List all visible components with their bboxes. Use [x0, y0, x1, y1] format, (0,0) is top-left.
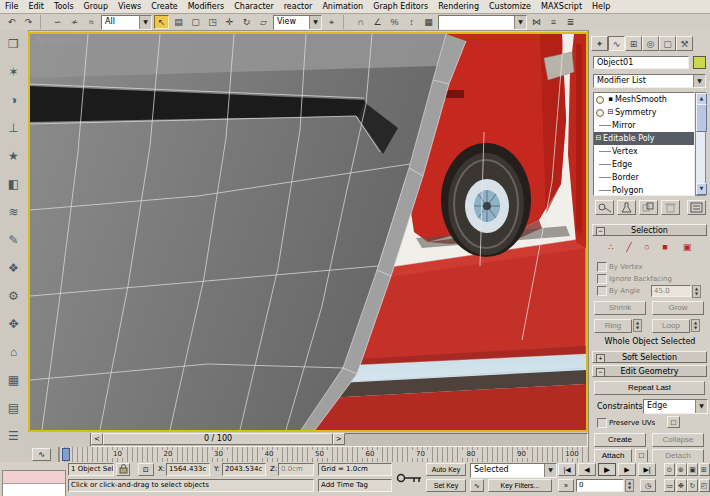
stack-row-border[interactable]: Border: [594, 171, 694, 184]
checker-icon[interactable]: ◧: [2, 172, 25, 195]
vertex-subobject-icon[interactable]: ∴: [603, 240, 619, 254]
preserve-uvs-settings-button[interactable]: □: [667, 416, 680, 428]
arc-rotate-icon[interactable]: ↻: [687, 479, 698, 492]
transform-icon[interactable]: ✥: [2, 312, 25, 335]
undo-icon[interactable]: ↶: [4, 15, 19, 29]
go-to-start-button[interactable]: |◀: [558, 463, 576, 476]
tab-motion[interactable]: ◎: [642, 36, 659, 51]
ring-button[interactable]: Ring: [594, 319, 632, 333]
show-end-result-button[interactable]: [617, 200, 636, 215]
home-icon[interactable]: ⌂: [2, 340, 25, 363]
auto-key-button[interactable]: Auto Key: [426, 463, 466, 476]
menu-create[interactable]: Create: [151, 2, 178, 11]
mirror-icon[interactable]: ⋈: [529, 15, 544, 29]
expand-icon[interactable]: ⊟: [594, 132, 603, 145]
configure-modifier-sets-button[interactable]: [687, 200, 706, 215]
key-filter-selection-dropdown[interactable]: Selected▼: [470, 463, 557, 478]
previous-frame-arrow[interactable]: <: [91, 433, 103, 445]
bind-to-space-warp-icon[interactable]: ≈: [84, 15, 99, 29]
go-to-end-button[interactable]: ▶|: [638, 463, 656, 476]
region-zoom-icon[interactable]: ▭: [664, 479, 675, 492]
modifier-stack[interactable]: ▪MeshSmooth⊟SymmetryMirror⊟Editable Poly…: [593, 92, 695, 196]
by-angle-checkbox[interactable]: [597, 286, 607, 296]
key-filters-button[interactable]: Key Filters...: [488, 479, 552, 492]
chevron-down-icon[interactable]: ▼: [514, 16, 526, 29]
select-object-icon[interactable]: ↖: [154, 15, 169, 29]
detach-button[interactable]: Detach: [652, 449, 704, 463]
collapse-button[interactable]: Collapse: [652, 433, 704, 447]
menu-maxscript[interactable]: MAXScript: [541, 2, 582, 11]
attach-list-button[interactable]: □: [635, 449, 648, 463]
select-and-move-icon[interactable]: ✛: [222, 15, 237, 29]
align-icon[interactable]: ≡: [546, 15, 561, 29]
modifier-stack-scrollbar[interactable]: ▲ ▼: [695, 92, 706, 196]
menu-help[interactable]: Help: [592, 2, 610, 11]
chevron-down-icon[interactable]: ▼: [139, 16, 151, 29]
expand-icon[interactable]: ⊟: [606, 106, 615, 119]
select-and-scale-icon[interactable]: ▱: [256, 15, 271, 29]
remove-modifier-button[interactable]: [661, 200, 680, 215]
previous-frame-button[interactable]: ◀: [578, 463, 596, 476]
selection-lock-button[interactable]: [116, 463, 130, 476]
track-bar-frame-marker[interactable]: [62, 448, 70, 461]
track-bar-ruler[interactable]: 102030405060708090100: [58, 447, 587, 462]
tab-modify[interactable]: ∿: [608, 36, 625, 51]
objects-icon[interactable]: ❒: [2, 32, 25, 55]
listener-macro-line[interactable]: [3, 471, 65, 484]
y-coordinate-field[interactable]: 2043.534c: [222, 463, 266, 476]
select-and-rotate-icon[interactable]: ↻: [239, 15, 254, 29]
gear-icon[interactable]: ⚙: [2, 284, 25, 307]
menu-animation[interactable]: Animation: [322, 2, 363, 11]
list-icon[interactable]: ▤: [2, 396, 25, 419]
pencil-icon[interactable]: ✎: [2, 228, 25, 251]
maxscript-mini-listener[interactable]: [2, 470, 66, 496]
time-slider-handle[interactable]: < 0 / 100 >: [91, 433, 345, 445]
edit-named-selections-icon[interactable]: ▦: [421, 15, 436, 29]
scroll-down-icon[interactable]: ▼: [696, 183, 707, 195]
frame-spinner[interactable]: ▲▼: [625, 479, 634, 492]
named-selection-sets-dropdown[interactable]: ▼: [438, 15, 527, 30]
modifier-enabled-bulb-icon[interactable]: [596, 109, 604, 117]
zoom-extents-icon[interactable]: ▣: [687, 463, 698, 476]
menu-character[interactable]: Character: [234, 2, 274, 11]
compound-icon[interactable]: ❖: [2, 256, 25, 279]
scrollbar-thumb[interactable]: [696, 104, 707, 132]
menu-views[interactable]: Views: [118, 2, 141, 11]
modifier-list-dropdown[interactable]: Modifier List▼: [593, 74, 706, 88]
attach-button[interactable]: Attach: [594, 449, 632, 463]
angle-value-field[interactable]: 45.0: [651, 285, 691, 297]
pin-stack-button[interactable]: [595, 200, 614, 215]
menu-rendering[interactable]: Rendering: [438, 2, 479, 11]
redo-icon[interactable]: ↷: [21, 15, 36, 29]
add-time-tag-field[interactable]: Add Time Tag: [318, 479, 392, 492]
unlink-selection-icon[interactable]: ≁: [67, 15, 82, 29]
ring-spinner[interactable]: ▲▼: [633, 319, 642, 332]
chevron-down-icon[interactable]: ▼: [309, 16, 321, 29]
select-and-link-icon[interactable]: ∽: [50, 15, 65, 29]
snap-toggle-3d-icon[interactable]: ∩: [353, 15, 368, 29]
time-configuration-button[interactable]: ◷: [640, 479, 656, 492]
stack-icon[interactable]: ≋: [2, 200, 25, 223]
make-unique-button[interactable]: [639, 200, 658, 215]
angle-snap-icon[interactable]: ∠: [370, 15, 385, 29]
lines-icon[interactable]: ☰: [2, 424, 25, 447]
selection-filter-dropdown[interactable]: All▼: [101, 15, 152, 30]
x-coordinate-field[interactable]: 1564.433c: [166, 463, 210, 476]
menu-edit[interactable]: Edit: [28, 2, 44, 11]
shapes-icon[interactable]: ✶: [2, 60, 25, 83]
select-by-name-icon[interactable]: ▤: [171, 15, 186, 29]
zoom-extents-all-icon[interactable]: ⊞: [699, 463, 710, 476]
loop-spinner[interactable]: ▲▼: [691, 319, 700, 332]
viewport-perspective[interactable]: Perspective: [28, 32, 588, 432]
stack-row-polygon[interactable]: Polygon: [594, 184, 694, 196]
rollout-edit-geometry[interactable]: −Edit Geometry: [592, 365, 707, 377]
element-subobject-icon[interactable]: ▣: [679, 240, 695, 254]
rollout-selection[interactable]: −Selection: [592, 224, 707, 236]
loop-button[interactable]: Loop: [652, 319, 690, 333]
create-button[interactable]: Create: [594, 433, 646, 447]
constraints-dropdown[interactable]: Edge▼: [643, 399, 708, 414]
menu-graph-editors[interactable]: Graph Editors: [373, 2, 428, 11]
play-button[interactable]: ▶: [598, 463, 616, 476]
tab-create[interactable]: ✦: [591, 36, 608, 51]
modifier-enabled-bulb-icon[interactable]: [596, 96, 604, 104]
